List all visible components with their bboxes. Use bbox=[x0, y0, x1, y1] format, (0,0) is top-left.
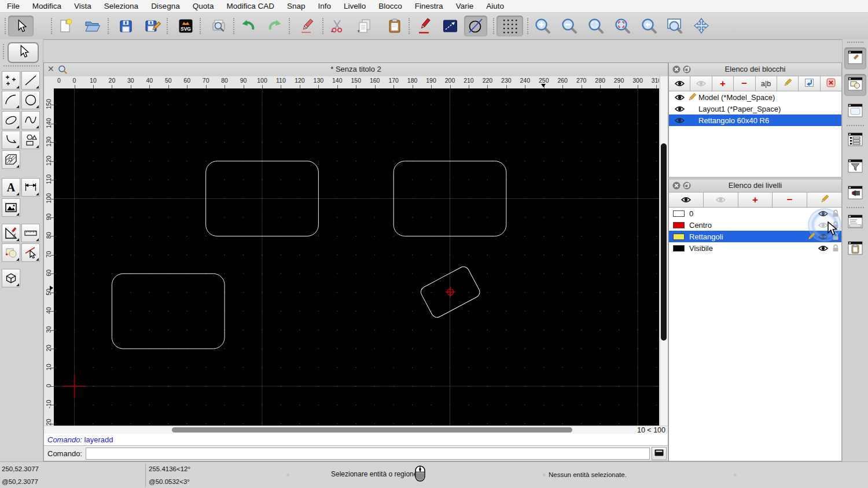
edit-block-button[interactable] bbox=[777, 76, 798, 91]
save-as-button[interactable] bbox=[142, 16, 163, 36]
layer-visibility-icon[interactable] bbox=[817, 245, 829, 252]
tool-image-button[interactable] bbox=[2, 198, 20, 217]
tool-hatch-button[interactable] bbox=[2, 150, 20, 169]
menu-item-seleziona[interactable]: Seleziona bbox=[104, 2, 138, 10]
circle-tool-button[interactable] bbox=[464, 16, 487, 36]
grid-toggle-button[interactable] bbox=[496, 16, 523, 36]
cut-button[interactable]: + bbox=[327, 16, 348, 36]
add-layer-button[interactable]: + bbox=[738, 193, 773, 207]
paste-button[interactable] bbox=[384, 16, 405, 36]
hide-all-layers-button[interactable] bbox=[704, 193, 738, 207]
zoom-in-button[interactable] bbox=[532, 16, 553, 36]
layer-row-0[interactable]: 0 bbox=[669, 208, 841, 219]
layer-row-rettangoli[interactable]: Rettangoli bbox=[669, 231, 841, 242]
block-edit-slot[interactable] bbox=[686, 93, 698, 102]
drawing-canvas[interactable] bbox=[54, 88, 659, 426]
layer-color-swatch[interactable] bbox=[673, 210, 685, 217]
remove-block-button[interactable]: − bbox=[734, 76, 755, 91]
tool-modify-button[interactable] bbox=[2, 243, 20, 262]
tool-shapes-button[interactable] bbox=[21, 131, 40, 149]
dock-selection-filter-button[interactable] bbox=[844, 156, 866, 178]
pan-button[interactable] bbox=[691, 16, 712, 36]
svg-export-button[interactable]: SVG bbox=[175, 16, 196, 36]
layer-lock-icon[interactable] bbox=[829, 232, 841, 241]
add-block-button[interactable]: + bbox=[712, 76, 733, 91]
block-visibility-icon[interactable] bbox=[673, 94, 686, 101]
remove-layer-button[interactable]: − bbox=[773, 193, 807, 207]
keyboard-mode-button[interactable] bbox=[652, 447, 667, 460]
menu-item-modifica[interactable]: Modifica bbox=[32, 2, 61, 10]
tool-dimension-button[interactable] bbox=[21, 178, 40, 197]
menu-item-varie[interactable]: Varie bbox=[456, 2, 474, 10]
dock-grip[interactable] bbox=[3, 65, 39, 66]
menu-item-quota[interactable]: Quota bbox=[193, 2, 214, 10]
hide-all-blocks-button[interactable] bbox=[690, 76, 711, 91]
print-preview-button[interactable] bbox=[208, 16, 229, 36]
save-button[interactable] bbox=[115, 16, 136, 36]
menu-item-aiuto[interactable]: Aiuto bbox=[486, 2, 504, 10]
layer-color-swatch[interactable] bbox=[673, 234, 685, 240]
show-all-blocks-button[interactable] bbox=[669, 76, 690, 91]
tool-arc-button[interactable] bbox=[2, 91, 20, 109]
block-visibility-icon[interactable] bbox=[673, 117, 686, 124]
dock-entity-list-button[interactable] bbox=[844, 130, 866, 151]
selection-tool-button[interactable] bbox=[8, 42, 39, 63]
layer-color-swatch[interactable] bbox=[673, 245, 685, 252]
menu-item-info[interactable]: Info bbox=[318, 2, 332, 10]
menu-item-vista[interactable]: Vista bbox=[74, 2, 91, 10]
dock-preview-button[interactable] bbox=[844, 101, 866, 123]
layer-color-swatch[interactable] bbox=[673, 222, 685, 228]
tool-ellipse-button[interactable] bbox=[2, 111, 20, 130]
line-tool-button[interactable] bbox=[440, 16, 461, 36]
draw-pencil-button[interactable] bbox=[414, 16, 435, 36]
block-row-model[interactable]: Model (*Model_Space) bbox=[669, 91, 841, 103]
dock-grip[interactable] bbox=[847, 42, 863, 43]
tool-line-button[interactable] bbox=[21, 71, 40, 90]
tool-measure-button[interactable] bbox=[21, 224, 40, 242]
layer-lock-icon[interactable] bbox=[829, 244, 841, 252]
menu-item-modifica-cad[interactable]: Modifica CAD bbox=[226, 2, 274, 10]
delete-button[interactable] bbox=[297, 16, 318, 36]
layer-row-visibile[interactable]: Visibile bbox=[669, 242, 841, 254]
open-button[interactable] bbox=[82, 16, 103, 36]
tool-text-button[interactable]: A bbox=[2, 178, 20, 197]
tool-3d-box-button[interactable] bbox=[2, 269, 20, 287]
tool-construction-button[interactable] bbox=[2, 224, 20, 242]
select-pointer-button[interactable] bbox=[8, 16, 34, 36]
horizontal-scrollbar[interactable]: 10 < 100 bbox=[44, 426, 668, 434]
dock-command-widget-button[interactable] bbox=[844, 212, 866, 234]
tool-circle-button[interactable] bbox=[21, 91, 40, 109]
tool-spline-button[interactable] bbox=[21, 111, 40, 130]
layer-row-centro[interactable]: Centro bbox=[669, 219, 841, 231]
zoom-out-button[interactable] bbox=[559, 16, 580, 36]
tool-points-button[interactable] bbox=[2, 71, 20, 90]
dock-clipboard-button[interactable] bbox=[844, 238, 866, 260]
layer-lock-icon[interactable] bbox=[829, 209, 841, 217]
insert-block-button[interactable] bbox=[799, 76, 819, 91]
horizontal-scrollbar-thumb[interactable] bbox=[172, 427, 572, 432]
layer-visibility-icon[interactable] bbox=[817, 210, 829, 217]
layer-edit-slot[interactable] bbox=[805, 232, 817, 241]
vertical-scrollbar[interactable] bbox=[660, 76, 668, 426]
vertical-scrollbar-thumb[interactable] bbox=[661, 143, 667, 341]
show-all-layers-button[interactable] bbox=[669, 193, 703, 207]
layer-visibility-icon[interactable] bbox=[817, 222, 829, 228]
command-input[interactable] bbox=[86, 448, 650, 460]
menu-item-blocco[interactable]: Blocco bbox=[378, 2, 402, 10]
tool-deselect-button[interactable] bbox=[21, 243, 40, 262]
menu-item-livello[interactable]: Livello bbox=[344, 2, 366, 10]
zoom-previous-button[interactable] bbox=[639, 16, 660, 36]
delete-block-button[interactable] bbox=[821, 76, 841, 91]
block-row-rettangolo[interactable]: Rettangolo 60x40 R6 bbox=[669, 114, 841, 126]
rename-block-button[interactable]: a|b bbox=[756, 76, 777, 91]
menu-item-disegna[interactable]: Disegna bbox=[151, 2, 180, 10]
redo-button[interactable] bbox=[265, 16, 286, 36]
menu-item-finestra[interactable]: Finestra bbox=[415, 2, 443, 10]
zoom-window-button[interactable] bbox=[664, 16, 685, 36]
tool-polyline-button[interactable] bbox=[2, 131, 20, 149]
undo-button[interactable] bbox=[237, 16, 258, 36]
new-document-button[interactable] bbox=[56, 16, 76, 36]
edit-layer-button[interactable] bbox=[807, 193, 841, 207]
dock-block-edit-button[interactable] bbox=[844, 47, 866, 69]
dock-grip[interactable] bbox=[3, 44, 4, 59]
